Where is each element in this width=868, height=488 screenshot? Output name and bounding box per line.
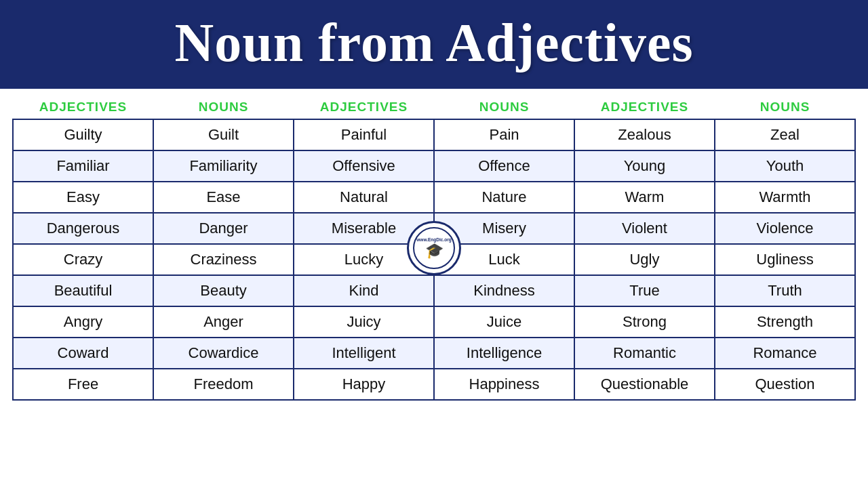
table-cell: Angry xyxy=(13,306,153,338)
table-cell: Ease xyxy=(153,182,294,213)
table-cell: True xyxy=(574,275,715,306)
table-cell: Happy xyxy=(294,369,434,400)
table-cell: Beauty xyxy=(153,275,294,306)
col-header-noun1: NOUNS xyxy=(153,96,294,119)
table-cell: Zealous xyxy=(574,119,715,150)
table-cell: Danger xyxy=(153,213,294,244)
table-cell: Luck xyxy=(434,244,574,275)
table-cell: Painful xyxy=(294,119,434,150)
table-row: FreeFreedomHappyHappinessQuestionableQue… xyxy=(13,369,855,400)
table-cell: Ugliness xyxy=(715,244,855,275)
table-cell: Violent xyxy=(574,213,715,244)
table-cell: Coward xyxy=(13,338,153,369)
table-cell: Beautiful xyxy=(13,275,153,306)
table-cell: Dangerous xyxy=(13,213,153,244)
table-row: CrazyCrazinessLuckyLuckUglyUgliness xyxy=(13,244,855,275)
table-cell: Intelligence xyxy=(434,338,574,369)
table-row: DangerousDangerMiserableMiseryViolentVio… xyxy=(13,213,855,244)
table-cell: Misery xyxy=(434,213,574,244)
table-cell: Warmth xyxy=(715,182,855,213)
table-cell: Free xyxy=(13,369,153,400)
adjectives-nouns-table: ADJECTIVES NOUNS ADJECTIVES NOUNS ADJECT… xyxy=(12,96,856,401)
table-cell: Questionable xyxy=(574,369,715,400)
table-cell: Offensive xyxy=(294,150,434,182)
table-cell: Romance xyxy=(715,338,855,369)
table-cell: Truth xyxy=(715,275,855,306)
col-header-adj3: ADJECTIVES xyxy=(574,96,715,119)
table-cell: Guilt xyxy=(153,119,294,150)
table-row: EasyEaseNaturalNatureWarmWarmth xyxy=(13,182,855,213)
table-cell: Juicy xyxy=(294,306,434,338)
table-cell: Craziness xyxy=(153,244,294,275)
table-cell: Strong xyxy=(574,306,715,338)
table-cell: Warm xyxy=(574,182,715,213)
page-header: Noun from Adjectives xyxy=(0,0,868,89)
table-cell: Familiar xyxy=(13,150,153,182)
page-title: Noun from Adjectives xyxy=(174,12,693,74)
table-container: ADJECTIVES NOUNS ADJECTIVES NOUNS ADJECT… xyxy=(0,89,868,407)
table-cell: Familiarity xyxy=(153,150,294,182)
table-cell: Crazy xyxy=(13,244,153,275)
table-cell: Nature xyxy=(434,182,574,213)
col-header-noun3: NOUNS xyxy=(715,96,855,119)
table-cell: Intelligent xyxy=(294,338,434,369)
table-cell: Youth xyxy=(715,150,855,182)
table-cell: Ugly xyxy=(574,244,715,275)
table-row: FamiliarFamiliarityOffensiveOffenceYoung… xyxy=(13,150,855,182)
table-cell: Freedom xyxy=(153,369,294,400)
table-cell: Guilty xyxy=(13,119,153,150)
table-cell: Juice xyxy=(434,306,574,338)
table-cell: Cowardice xyxy=(153,338,294,369)
column-header-row: ADJECTIVES NOUNS ADJECTIVES NOUNS ADJECT… xyxy=(13,96,855,119)
table-cell: Miserable xyxy=(294,213,434,244)
table-cell: Strength xyxy=(715,306,855,338)
table-cell: Kindness xyxy=(434,275,574,306)
table-cell: Question xyxy=(715,369,855,400)
table-row: CowardCowardiceIntelligentIntelligenceRo… xyxy=(13,338,855,369)
table-row: GuiltyGuiltPainfulPainZealousZeal xyxy=(13,119,855,150)
table-cell: Offence xyxy=(434,150,574,182)
col-header-adj1: ADJECTIVES xyxy=(13,96,153,119)
table-cell: Happiness xyxy=(434,369,574,400)
table-cell: Romantic xyxy=(574,338,715,369)
table-cell: Zeal xyxy=(715,119,855,150)
table-cell: Young xyxy=(574,150,715,182)
table-cell: Violence xyxy=(715,213,855,244)
col-header-noun2: NOUNS xyxy=(434,96,574,119)
col-header-adj2: ADJECTIVES xyxy=(294,96,434,119)
table-cell: Easy xyxy=(13,182,153,213)
table-cell: Natural xyxy=(294,182,434,213)
table-cell: Anger xyxy=(153,306,294,338)
table-cell: Kind xyxy=(294,275,434,306)
table-row: AngryAngerJuicyJuiceStrongStrength xyxy=(13,306,855,338)
table-cell: Pain xyxy=(434,119,574,150)
table-row: BeautifulBeautyKindKindnessTrueTruth xyxy=(13,275,855,306)
table-cell: Lucky xyxy=(294,244,434,275)
